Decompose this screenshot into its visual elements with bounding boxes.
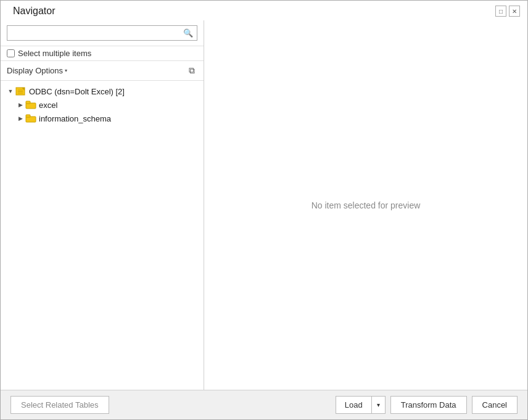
window-controls: □ ✕ (495, 6, 520, 17)
main-content: 🔍 Select multiple items Display Options … (1, 20, 527, 390)
select-related-button[interactable]: Select Related Tables (10, 396, 109, 414)
display-options-caret-icon: ▾ (65, 68, 67, 73)
load-caret-icon: ▾ (377, 401, 380, 408)
select-multiple-label[interactable]: Select multiple items (18, 49, 91, 58)
display-options-row: Display Options ▾ ⧉ (1, 61, 204, 81)
root-db-icon (15, 86, 27, 96)
bottom-bar: Select Related Tables Load ▾ Transform D… (1, 390, 527, 419)
bottom-left: Select Related Tables (10, 396, 109, 414)
refresh-button[interactable]: ⧉ (186, 64, 197, 77)
info-schema-label: information_schema (39, 114, 111, 123)
search-input-wrapper: 🔍 (7, 25, 197, 41)
search-icon: 🔍 (183, 28, 193, 38)
search-bar: 🔍 (1, 20, 204, 46)
load-split-button: Load ▾ (336, 396, 386, 414)
transform-data-button[interactable]: Transform Data (390, 396, 467, 414)
tree-children: ▶ excel ▶ (1, 98, 204, 125)
cancel-button[interactable]: Cancel (472, 396, 518, 414)
excel-folder-icon (25, 100, 36, 110)
tree-area: ▼ ODBC (dsn=Dolt Excel) [2] (1, 81, 204, 390)
window-title: Navigator (13, 6, 55, 17)
load-button[interactable]: Load (336, 396, 371, 414)
title-bar: Navigator □ ✕ (1, 1, 527, 20)
refresh-icon: ⧉ (189, 65, 195, 75)
search-input[interactable] (7, 26, 179, 40)
minimize-button[interactable]: □ (495, 6, 506, 17)
select-multiple-checkbox[interactable] (7, 49, 15, 57)
no-preview-text: No item selected for preview (311, 200, 421, 210)
svg-rect-8 (26, 115, 30, 117)
navigator-window: Navigator □ ✕ 🔍 Select multiple items (0, 0, 528, 420)
select-multiple-row: Select multiple items (1, 46, 204, 61)
search-button[interactable]: 🔍 (179, 26, 197, 40)
root-label: ODBC (dsn=Dolt Excel) [2] (29, 87, 125, 96)
tree-item-information-schema[interactable]: ▶ information_schema (10, 112, 204, 125)
info-schema-folder-icon (25, 113, 36, 123)
tree-root-item[interactable]: ▼ ODBC (dsn=Dolt Excel) [2] (1, 84, 204, 98)
left-panel: 🔍 Select multiple items Display Options … (1, 20, 204, 390)
bottom-right: Load ▾ Transform Data Cancel (336, 396, 518, 414)
close-button[interactable]: ✕ (509, 6, 520, 17)
svg-rect-6 (26, 101, 30, 104)
load-dropdown-button[interactable]: ▾ (371, 396, 386, 414)
excel-toggle-icon[interactable]: ▶ (15, 100, 25, 110)
root-toggle-icon[interactable]: ▼ (6, 86, 15, 96)
excel-label: excel (39, 101, 57, 110)
tree-item-excel[interactable]: ▶ excel (10, 98, 204, 112)
display-options-button[interactable]: Display Options ▾ (7, 66, 67, 75)
info-schema-toggle-icon[interactable]: ▶ (15, 113, 25, 123)
display-options-label: Display Options (7, 66, 63, 75)
right-panel: No item selected for preview (204, 20, 527, 390)
